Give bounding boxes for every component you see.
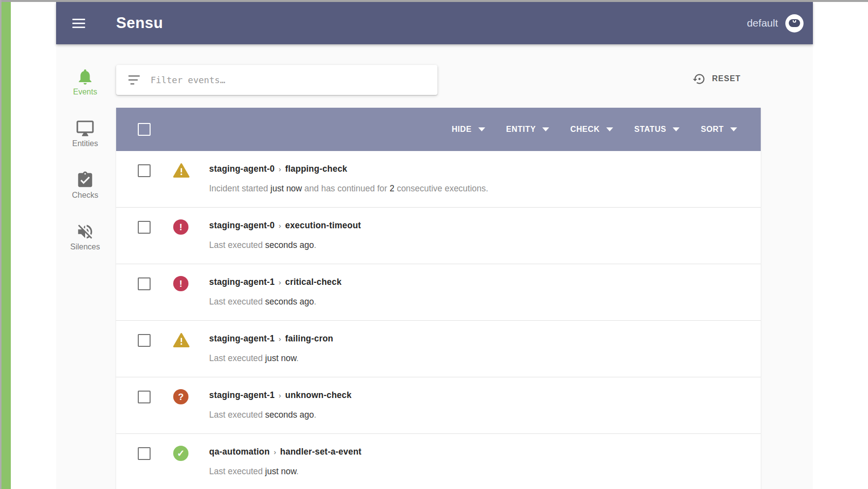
chevron-down-icon — [542, 127, 549, 131]
window-frame-top — [0, 0, 868, 2]
status-icon — [173, 163, 189, 179]
title-separator: › — [279, 278, 281, 286]
row-checkbox[interactable] — [138, 277, 151, 290]
events-table-body: staging-agent-0›flapping-check Incident … — [116, 151, 761, 489]
desktop-green-stripe — [1, 2, 11, 489]
event-message: Last executed seconds ago. — [209, 240, 746, 250]
status-icon: ✓ — [173, 446, 189, 462]
chevron-down-icon — [606, 127, 613, 131]
event-row[interactable]: ? staging-agent-1›unknown-check Last exe… — [116, 377, 761, 434]
status-circle-icon: ? — [173, 389, 188, 404]
status-icon: ! — [173, 219, 189, 236]
event-row[interactable]: staging-agent-1›failing-cron Last execut… — [116, 321, 761, 377]
event-entity-name: staging-agent-0 — [209, 220, 275, 230]
status-circle-icon: ! — [173, 219, 188, 235]
filter-bar — [116, 65, 437, 95]
event-message: Last executed just now. — [209, 353, 746, 364]
row-checkbox[interactable] — [138, 447, 151, 460]
status-circle-icon: ! — [173, 276, 188, 291]
event-entity-name: staging-agent-1 — [209, 334, 275, 343]
chevron-down-icon — [673, 127, 680, 131]
hide-menu-label: HIDE — [452, 125, 472, 134]
select-all-checkbox[interactable] — [138, 123, 151, 136]
menu-hamburger-icon[interactable] — [72, 16, 85, 31]
status-icon — [173, 333, 189, 349]
sidebar: Events Entities Checks Silences — [56, 44, 114, 489]
table-header-menus: HIDE ENTITY CHECK STATUS — [452, 125, 761, 134]
namespace-label[interactable]: default — [747, 17, 778, 29]
bell-icon — [76, 67, 94, 86]
sidebar-item-checks[interactable]: Checks — [56, 171, 114, 200]
monitor-icon — [76, 119, 94, 138]
event-row-content: qa-automation›handler-set-a-event Last e… — [209, 447, 746, 477]
sidebar-item-label: Events — [73, 88, 97, 96]
sensu-logo-icon — [789, 19, 800, 27]
event-row[interactable]: ! staging-agent-0›execution-timeout Last… — [116, 208, 761, 264]
title-separator: › — [279, 221, 281, 230]
status-icon: ? — [173, 389, 189, 405]
entity-menu-button[interactable]: ENTITY — [506, 125, 550, 134]
title-separator: › — [279, 335, 281, 343]
event-check-name: critical-check — [285, 277, 342, 287]
row-checkbox[interactable] — [138, 391, 151, 403]
status-menu-button[interactable]: STATUS — [634, 125, 680, 134]
event-row-content: staging-agent-1›unknown-check Last execu… — [209, 390, 746, 420]
event-entity-name: staging-agent-1 — [209, 390, 275, 400]
events-table: HIDE ENTITY CHECK STATUS — [116, 108, 761, 489]
event-row-content: staging-agent-1›failing-cron Last execut… — [209, 334, 746, 364]
sensu-app: Sensu default Events Entities — [56, 2, 813, 489]
filter-input[interactable] — [151, 75, 430, 85]
event-check-name: unknown-check — [285, 390, 352, 400]
filter-icon — [128, 75, 140, 85]
chevron-down-icon — [730, 127, 737, 131]
event-check-name: flapping-check — [285, 164, 347, 174]
sidebar-item-label: Checks — [72, 191, 98, 200]
window-frame-left — [0, 0, 1, 489]
main-content: RESET HIDE ENTITY — [114, 44, 813, 489]
event-row-content: staging-agent-0›execution-timeout Last e… — [209, 220, 746, 250]
app-title: Sensu — [116, 14, 163, 32]
row-checkbox[interactable] — [138, 334, 151, 347]
sidebar-item-entities[interactable]: Entities — [56, 119, 114, 148]
hide-menu-button[interactable]: HIDE — [452, 125, 485, 134]
event-row[interactable]: ✓ qa-automation›handler-set-a-event Last… — [116, 434, 761, 489]
event-entity-name: staging-agent-1 — [209, 277, 275, 287]
sort-menu-label: SORT — [701, 125, 724, 134]
event-row[interactable]: ! staging-agent-1›critical-check Last ex… — [116, 264, 761, 321]
event-check-name: handler-set-a-event — [280, 447, 361, 457]
event-row-content: staging-agent-0›flapping-check Incident … — [209, 164, 746, 194]
check-menu-button[interactable]: CHECK — [570, 125, 613, 134]
event-message: Last executed seconds ago. — [209, 410, 746, 420]
status-menu-label: STATUS — [634, 125, 666, 134]
sidebar-item-silences[interactable]: Silences — [56, 222, 114, 251]
event-message: Last executed just now. — [209, 466, 746, 477]
clipboard-check-icon — [76, 171, 94, 189]
reset-button[interactable]: RESET — [693, 70, 741, 87]
event-check-name: failing-cron — [285, 334, 334, 343]
event-check-name: execution-timeout — [285, 220, 361, 230]
avatar[interactable] — [785, 14, 804, 32]
event-title: qa-automation›handler-set-a-event — [209, 447, 746, 457]
event-title: staging-agent-1›critical-check — [209, 277, 746, 287]
event-entity-name: staging-agent-0 — [209, 164, 275, 174]
check-menu-label: CHECK — [570, 125, 600, 134]
event-title: staging-agent-1›failing-cron — [209, 334, 746, 344]
sidebar-item-label: Entities — [72, 139, 98, 148]
sort-menu-button[interactable]: SORT — [701, 125, 737, 134]
entity-menu-label: ENTITY — [506, 125, 536, 134]
warning-triangle-icon — [173, 163, 189, 178]
event-title: staging-agent-1›unknown-check — [209, 390, 746, 400]
sidebar-item-label: Silences — [70, 243, 100, 251]
appbar-right: default — [747, 14, 804, 32]
title-separator: › — [279, 391, 281, 399]
events-table-header: HIDE ENTITY CHECK STATUS — [116, 108, 761, 151]
event-title: staging-agent-0›flapping-check — [209, 164, 746, 174]
event-message: Last executed seconds ago. — [209, 297, 746, 307]
title-separator: › — [279, 165, 281, 173]
app-bar: Sensu default — [56, 2, 813, 44]
warning-triangle-icon — [173, 333, 189, 348]
sidebar-item-events[interactable]: Events — [56, 67, 114, 96]
event-row[interactable]: staging-agent-0›flapping-check Incident … — [116, 151, 761, 208]
row-checkbox[interactable] — [138, 221, 151, 234]
row-checkbox[interactable] — [138, 164, 151, 177]
